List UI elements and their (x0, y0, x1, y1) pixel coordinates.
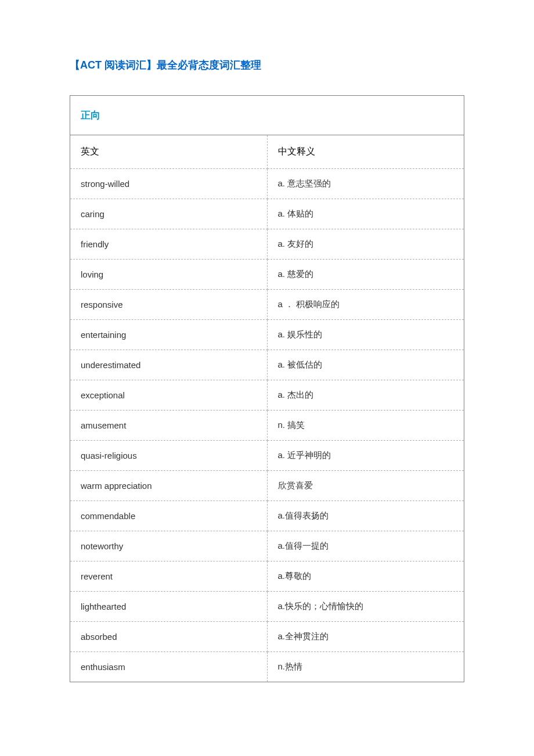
section-header: 正向 (70, 96, 464, 135)
col-header-en: 英文 (70, 135, 268, 169)
cell-zh: a. 意志坚强的 (267, 169, 464, 199)
cell-en: noteworthy (70, 531, 268, 561)
cell-zh: a. 娱乐性的 (267, 320, 464, 350)
cell-zh: a.快乐的；心情愉快的 (267, 592, 464, 622)
cell-en: warm appreciation (70, 471, 268, 501)
cell-zh: n.热情 (267, 652, 464, 682)
table-row: friendlya. 友好的 (70, 229, 464, 260)
table-row: lighthearteda.快乐的；心情愉快的 (70, 592, 464, 622)
table-row: amusementn. 搞笑 (70, 411, 464, 441)
table-row: commendablea.值得表扬的 (70, 501, 464, 531)
cell-en: underestimated (70, 350, 268, 380)
table-row: responsivea ． 积极响应的 (70, 290, 464, 320)
cell-zh: a. 被低估的 (267, 350, 464, 380)
table-row: noteworthya.值得一提的 (70, 531, 464, 561)
vocab-table: 正向 英文 中文释义 strong-willeda. 意志坚强的caringa.… (70, 95, 464, 682)
cell-en: strong-willed (70, 169, 268, 199)
cell-en: quasi-religious (70, 441, 268, 471)
cell-zh: a. 近乎神明的 (267, 441, 464, 471)
cell-en: responsive (70, 290, 268, 320)
section-row: 正向 (70, 96, 464, 135)
cell-en: loving (70, 260, 268, 290)
page-container: 【ACT 阅读词汇】最全必背态度词汇整理 正向 英文 中文释义 strong-w… (0, 0, 534, 729)
cell-zh: a.值得表扬的 (267, 501, 464, 531)
cell-zh: a ． 积极响应的 (267, 290, 464, 320)
table-row: reverenta.尊敬的 (70, 561, 464, 592)
cell-en: lighthearted (70, 592, 268, 622)
table-row: lovinga. 慈爱的 (70, 260, 464, 290)
cell-zh: a. 杰出的 (267, 380, 464, 411)
table-row: entertaininga. 娱乐性的 (70, 320, 464, 350)
table-row: exceptionala. 杰出的 (70, 380, 464, 411)
cell-en: caring (70, 199, 268, 229)
cell-en: reverent (70, 561, 268, 592)
cell-zh: a. 友好的 (267, 229, 464, 260)
cell-zh: a.尊敬的 (267, 561, 464, 592)
table-row: warm appreciation欣赏喜爱 (70, 471, 464, 501)
table-row: quasi-religiousa. 近乎神明的 (70, 441, 464, 471)
table-row: enthusiasmn.热情 (70, 652, 464, 682)
cell-en: entertaining (70, 320, 268, 350)
cell-en: enthusiasm (70, 652, 268, 682)
table-row: strong-willeda. 意志坚强的 (70, 169, 464, 199)
table-row: absorbeda.全神贯注的 (70, 622, 464, 652)
cell-en: friendly (70, 229, 268, 260)
cell-zh: a.值得一提的 (267, 531, 464, 561)
cell-zh: n. 搞笑 (267, 411, 464, 441)
cell-en: exceptional (70, 380, 268, 411)
cell-zh: a. 慈爱的 (267, 260, 464, 290)
cell-en: amusement (70, 411, 268, 441)
column-header-row: 英文 中文释义 (70, 135, 464, 169)
table-row: caringa. 体贴的 (70, 199, 464, 229)
page-title: 【ACT 阅读词汇】最全必背态度词汇整理 (70, 58, 464, 72)
cell-en: absorbed (70, 622, 268, 652)
cell-zh: a. 体贴的 (267, 199, 464, 229)
cell-zh: a.全神贯注的 (267, 622, 464, 652)
table-row: underestimateda. 被低估的 (70, 350, 464, 380)
cell-zh: 欣赏喜爱 (267, 471, 464, 501)
cell-en: commendable (70, 501, 268, 531)
col-header-zh: 中文释义 (267, 135, 464, 169)
